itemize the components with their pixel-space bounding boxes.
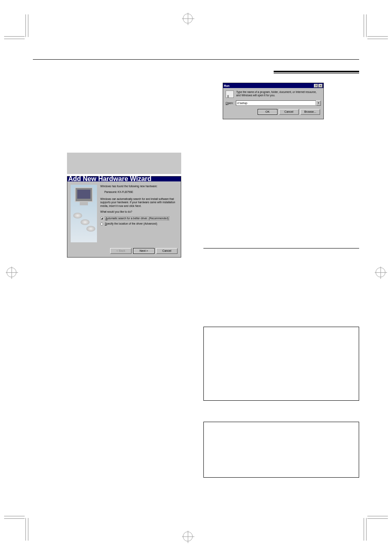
run-description: Type the name of a program, folder, docu… (236, 91, 321, 97)
wizard-found-text: Windows has found the following new hard… (100, 185, 178, 188)
wizard-cancel-button[interactable]: Cancel (156, 248, 178, 254)
run-icon (226, 91, 234, 98)
dropdown-arrow-icon[interactable]: ▼ (316, 100, 321, 106)
run-title: Run (224, 84, 230, 87)
wizard-title: Add New Hardware Wizard (68, 175, 152, 183)
open-label: Open: (226, 102, 233, 104)
wizard-titlebar: Add New Hardware Wizard (67, 176, 181, 181)
run-titlebar: Run ? × (223, 83, 323, 88)
wizard-device-name: Panasonic KX-FLB756E (104, 190, 178, 194)
ok-button[interactable]: OK (258, 109, 277, 115)
back-button: < Back (110, 248, 131, 254)
radio-icon (100, 223, 103, 225)
run-dialog: Run ? × Type the name of a program, fold… (223, 83, 324, 119)
grey-banner (67, 153, 181, 174)
note-box-1 (203, 327, 359, 401)
radio-specify-location[interactable]: Specify the location of the driver (Adva… (100, 222, 178, 225)
note-box-2 (203, 422, 359, 478)
open-input[interactable]: d:\setup (236, 100, 316, 106)
next-button[interactable]: Next > (133, 248, 154, 254)
wizard-illustration (71, 185, 97, 242)
cancel-button[interactable]: Cancel (279, 109, 299, 115)
close-button[interactable]: × (318, 84, 323, 88)
page-rule (33, 59, 359, 60)
section-underline (274, 73, 359, 74)
wizard-description: Windows can automatically search for and… (100, 197, 178, 208)
add-hardware-wizard: Add New Hardware Wizard Windows has foun… (67, 176, 181, 258)
note-divider (203, 248, 359, 248)
radio-automatic-search[interactable]: Automatic search for a better driver. (R… (100, 216, 178, 221)
browse-button[interactable]: Browse... (300, 109, 320, 115)
wizard-question: What would you like to do? (100, 210, 178, 214)
help-button[interactable]: ? (314, 84, 318, 88)
section-bar (274, 71, 359, 72)
radio-icon (100, 217, 103, 220)
